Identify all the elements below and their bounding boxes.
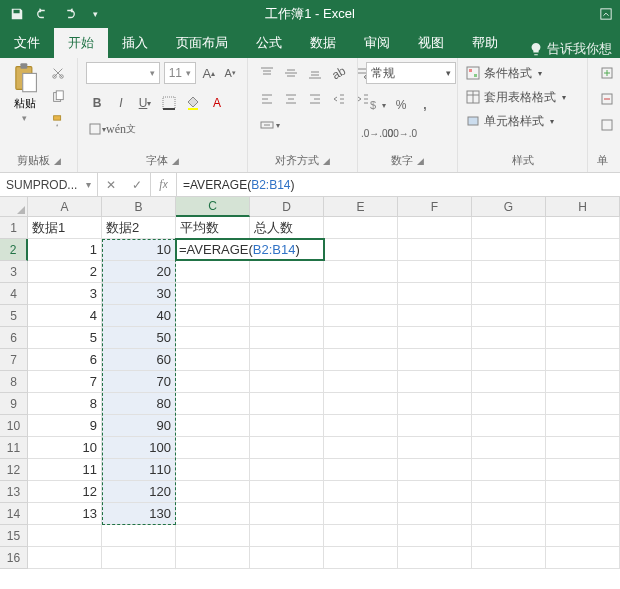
cell-D12[interactable] bbox=[250, 459, 324, 481]
align-bottom-icon[interactable] bbox=[304, 62, 326, 84]
tab-home[interactable]: 开始 bbox=[54, 28, 108, 58]
cell-A7[interactable]: 6 bbox=[28, 349, 102, 371]
cell-B9[interactable]: 80 bbox=[102, 393, 176, 415]
column-header-H[interactable]: H bbox=[546, 197, 620, 217]
cell-E7[interactable] bbox=[324, 349, 398, 371]
format-as-table-button[interactable]: 套用表格格式▾ bbox=[466, 86, 566, 108]
cell-F7[interactable] bbox=[398, 349, 472, 371]
cell-B14[interactable]: 130 bbox=[102, 503, 176, 525]
alignment-launcher-icon[interactable]: ◢ bbox=[323, 156, 330, 166]
grow-font-icon[interactable]: A▴ bbox=[200, 62, 218, 84]
ribbon-options-icon[interactable] bbox=[592, 0, 620, 28]
cell-D3[interactable] bbox=[250, 261, 324, 283]
cell-C15[interactable] bbox=[176, 525, 250, 547]
cell-G16[interactable] bbox=[472, 547, 546, 569]
cell-D14[interactable] bbox=[250, 503, 324, 525]
cell-G8[interactable] bbox=[472, 371, 546, 393]
accounting-format-icon[interactable]: $▾ bbox=[366, 94, 388, 116]
row-header-16[interactable]: 16 bbox=[0, 547, 28, 569]
cancel-formula-icon[interactable]: ✕ bbox=[98, 178, 124, 192]
cell-B1[interactable]: 数据2 bbox=[102, 217, 176, 239]
select-all-corner[interactable] bbox=[0, 197, 28, 217]
tab-review[interactable]: 审阅 bbox=[350, 28, 404, 58]
cell-F9[interactable] bbox=[398, 393, 472, 415]
cell-F2[interactable] bbox=[398, 239, 472, 261]
cell-G10[interactable] bbox=[472, 415, 546, 437]
cell-A13[interactable]: 12 bbox=[28, 481, 102, 503]
delete-cells-icon[interactable] bbox=[596, 88, 618, 110]
shrink-font-icon[interactable]: A▾ bbox=[222, 62, 240, 84]
cell-G5[interactable] bbox=[472, 305, 546, 327]
row-header-13[interactable]: 13 bbox=[0, 481, 28, 503]
cell-C14[interactable] bbox=[176, 503, 250, 525]
name-box[interactable]: SUMPROD...▾ bbox=[0, 173, 98, 196]
cell-H13[interactable] bbox=[546, 481, 620, 503]
tab-view[interactable]: 视图 bbox=[404, 28, 458, 58]
cell-A4[interactable]: 3 bbox=[28, 283, 102, 305]
decrease-indent-icon[interactable] bbox=[328, 88, 350, 110]
cell-G7[interactable] bbox=[472, 349, 546, 371]
cell-H7[interactable] bbox=[546, 349, 620, 371]
cell-D5[interactable] bbox=[250, 305, 324, 327]
cell-E15[interactable] bbox=[324, 525, 398, 547]
cell-A10[interactable]: 9 bbox=[28, 415, 102, 437]
cell-H2[interactable] bbox=[546, 239, 620, 261]
cell-H16[interactable] bbox=[546, 547, 620, 569]
cell-C13[interactable] bbox=[176, 481, 250, 503]
format-cells-icon[interactable] bbox=[596, 114, 618, 136]
paste-button[interactable]: 粘贴 ▾ bbox=[8, 62, 41, 123]
fill-color-icon[interactable] bbox=[182, 92, 204, 114]
number-launcher-icon[interactable]: ◢ bbox=[417, 156, 424, 166]
cell-B8[interactable]: 70 bbox=[102, 371, 176, 393]
cell-A15[interactable] bbox=[28, 525, 102, 547]
cell-B7[interactable]: 60 bbox=[102, 349, 176, 371]
cell-A3[interactable]: 2 bbox=[28, 261, 102, 283]
cell-D8[interactable] bbox=[250, 371, 324, 393]
cell-A16[interactable] bbox=[28, 547, 102, 569]
cell-E12[interactable] bbox=[324, 459, 398, 481]
cell-C1[interactable]: 平均数 bbox=[176, 217, 250, 239]
cell-B5[interactable]: 40 bbox=[102, 305, 176, 327]
merge-center-icon[interactable]: ▾ bbox=[256, 114, 284, 136]
cell-G1[interactable] bbox=[472, 217, 546, 239]
cell-D1[interactable]: 总人数 bbox=[250, 217, 324, 239]
clipboard-launcher-icon[interactable]: ◢ bbox=[54, 156, 61, 166]
row-header-7[interactable]: 7 bbox=[0, 349, 28, 371]
cell-G2[interactable] bbox=[472, 239, 546, 261]
row-header-9[interactable]: 9 bbox=[0, 393, 28, 415]
cell-F10[interactable] bbox=[398, 415, 472, 437]
cell-H15[interactable] bbox=[546, 525, 620, 547]
cell-H11[interactable] bbox=[546, 437, 620, 459]
font-size-combo[interactable]: 11▾ bbox=[164, 62, 196, 84]
tab-help[interactable]: 帮助 bbox=[458, 28, 512, 58]
cell-E1[interactable] bbox=[324, 217, 398, 239]
enter-formula-icon[interactable]: ✓ bbox=[124, 178, 150, 192]
row-header-8[interactable]: 8 bbox=[0, 371, 28, 393]
formula-bar-input[interactable]: =AVERAGE(B2:B14) bbox=[177, 173, 620, 196]
cell-G12[interactable] bbox=[472, 459, 546, 481]
copy-icon[interactable] bbox=[47, 86, 69, 108]
column-header-A[interactable]: A bbox=[28, 197, 102, 217]
align-right-icon[interactable] bbox=[304, 88, 326, 110]
row-header-12[interactable]: 12 bbox=[0, 459, 28, 481]
align-center-icon[interactable] bbox=[280, 88, 302, 110]
cell-D16[interactable] bbox=[250, 547, 324, 569]
cell-B4[interactable]: 30 bbox=[102, 283, 176, 305]
cell-F8[interactable] bbox=[398, 371, 472, 393]
cell-A12[interactable]: 11 bbox=[28, 459, 102, 481]
row-header-4[interactable]: 4 bbox=[0, 283, 28, 305]
comma-format-icon[interactable]: , bbox=[414, 94, 436, 116]
column-header-B[interactable]: B bbox=[102, 197, 176, 217]
qat-dropdown-icon[interactable]: ▾ bbox=[84, 3, 106, 25]
cell-C6[interactable] bbox=[176, 327, 250, 349]
orientation-icon[interactable]: ab bbox=[328, 62, 350, 84]
row-header-3[interactable]: 3 bbox=[0, 261, 28, 283]
cell-E10[interactable] bbox=[324, 415, 398, 437]
italic-button[interactable]: I bbox=[110, 92, 132, 114]
cell-editor[interactable]: =AVERAGE(B2:B14) bbox=[175, 238, 325, 261]
cell-G15[interactable] bbox=[472, 525, 546, 547]
cell-F16[interactable] bbox=[398, 547, 472, 569]
cell-B6[interactable]: 50 bbox=[102, 327, 176, 349]
font-launcher-icon[interactable]: ◢ bbox=[172, 156, 179, 166]
cell-G4[interactable] bbox=[472, 283, 546, 305]
